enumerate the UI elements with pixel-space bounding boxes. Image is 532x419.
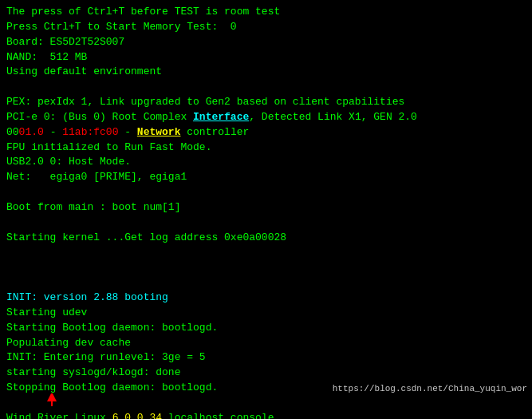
text-segment: NAND: 512 MB [6,51,87,63]
terminal-line: Using default environment [6,65,526,80]
terminal-line [6,215,526,231]
terminal-line: Starting kernel ...Get log address 0xe0a… [6,231,526,246]
terminal-line [6,275,526,291]
text-segment: Starting kernel ...Get log address 0xe0a… [6,231,286,243]
text-segment: INIT: version 2.88 booting [6,291,168,303]
terminal-line: INIT: version 2.88 booting [6,291,526,306]
text-segment: - [118,126,136,138]
text-segment: localhost console [162,412,274,419]
terminal-line: Board: ES5D2T52S007 [6,35,526,50]
text-segment: Populating dev cache [6,337,131,349]
terminal-screen: The press of Ctrl+T before TEST is room … [0,0,532,419]
terminal-line: USB2.0 0: Host Mode. [6,155,526,170]
text-segment: 00 [6,126,19,138]
interface-highlight: Interface [193,111,249,123]
text-segment: Using default environment [6,65,162,77]
text-segment: PCI-e 0: (Bus 0) Root Complex [6,111,193,123]
terminal-line [6,80,526,95]
terminal-line: Boot from main : boot num[1] [6,200,526,215]
text-segment: INIT: Entering runlevel: 3ge = 5 [6,351,206,363]
text-segment: 11ab:fc00 [62,126,118,138]
text-segment: The press of Ctrl+T before TEST is room … [6,6,280,18]
text-segment: Board: ES5D2T52S007 [6,36,124,48]
text-segment: starting syslogd/klogd: done [6,366,180,378]
text-segment: FPU initialized to Run Fast Mode. [6,141,211,153]
terminal-line: The press of Ctrl+T before TEST is room … [6,5,526,20]
terminal-line: PEX: pexIdx 1, Link upgraded to Gen2 bas… [6,95,526,110]
terminal-content: The press of Ctrl+T before TEST is room … [6,5,526,419]
text-segment: Boot from main : boot num[1] [6,201,180,213]
text-segment: - [44,126,62,138]
terminal-line: FPU initialized to Run Fast Mode. [6,140,526,156]
text-segment: Starting Bootlog daemon: bootlogd. [6,322,218,334]
text-segment: 6.0.0.34 [112,412,162,419]
text-segment: Stopping Bootlog daemon: bootlogd. [6,381,218,393]
terminal-line: PCI-e 0: (Bus 0) Root Complex Interface,… [6,110,526,125]
terminal-line: INIT: Entering runlevel: 3ge = 5 [6,350,526,366]
text-segment: Net: egiga0 [PRIME], egiga1 [6,171,187,183]
text-segment: Wind River Linux [6,412,112,419]
watermark: https://blog.csdn.net/China_yuqin_wor [328,382,532,395]
terminal-line: Wind River Linux 6.0.0.34 localhost cons… [6,411,526,419]
network-highlight: Network [137,126,181,138]
terminal-line [6,396,526,411]
terminal-line [6,246,526,261]
terminal-line: Press Ctrl+T to Start Memory Test: 0 [6,20,526,35]
terminal-line: Populating dev cache [6,336,526,351]
terminal-line: starting syslogd/klogd: done [6,366,526,381]
terminal-line [6,260,526,275]
text-segment: PEX: pexIdx 1, Link upgraded to Gen2 bas… [6,96,404,108]
text-segment: USB2.0 0: Host Mode. [6,156,131,168]
text-segment: 01.0 [19,126,44,138]
terminal-line [6,185,526,200]
terminal-line: 0001.0 - 11ab:fc00 - Network controller [6,125,526,140]
text-segment: Starting udev [6,306,87,318]
terminal-line: NAND: 512 MB [6,50,526,65]
text-segment: Press Ctrl+T to Start Memory Test: 0 [6,21,237,33]
text-segment: , Detected Link X1, GEN 2.0 [249,111,417,123]
terminal-line: Starting Bootlog daemon: bootlogd. [6,321,526,336]
terminal-line: Net: egiga0 [PRIME], egiga1 [6,170,526,185]
terminal-line: Starting udev [6,306,526,321]
text-segment: controller [180,126,249,138]
